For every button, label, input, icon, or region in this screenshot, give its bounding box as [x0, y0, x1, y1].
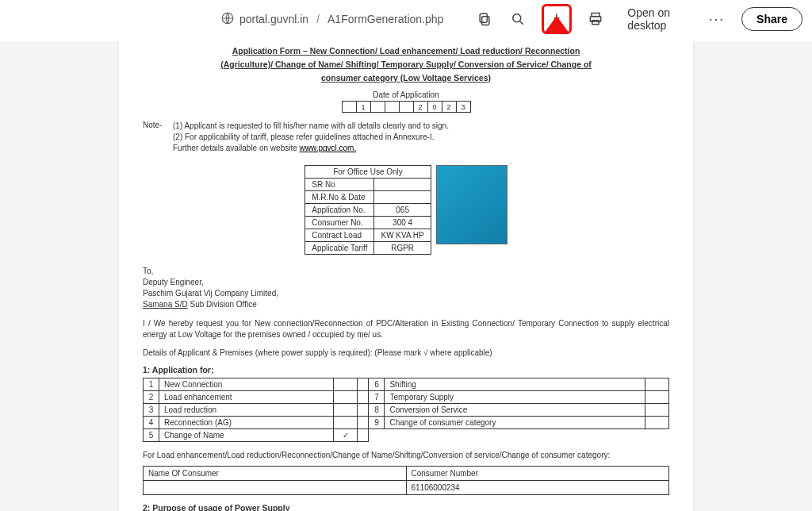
- request-paragraph: I / We hereby request you for New connec…: [143, 318, 669, 340]
- office-use-table: For Office Use Only SR NoM.R.No & DateAp…: [304, 165, 431, 255]
- row-check: [645, 378, 669, 391]
- toolbar: portal.guvnl.in / A1FormGeneration.php: [0, 0, 812, 38]
- office-row-value: [374, 179, 431, 191]
- date-cell: 2: [442, 102, 456, 113]
- table-gap: [358, 391, 369, 404]
- applicant-photo: [436, 165, 508, 244]
- section-1-note: For Load enhancement/Load reduction/Reco…: [143, 450, 669, 461]
- row-check: [645, 404, 669, 417]
- form-title: Application Form – New Connection/ Load …: [143, 44, 669, 84]
- office-row-value: 300 4: [374, 217, 431, 229]
- date-of-application: Date of Application 12023: [143, 90, 669, 113]
- note-1: (1) Applicant is requested to fill his/h…: [173, 121, 669, 132]
- row-text: Change of consumer category: [385, 417, 645, 429]
- title-line-2: (Agriculture)/ Change of Name/ Shifting/…: [143, 58, 669, 71]
- office-header: For Office Use Only: [305, 166, 431, 179]
- date-cells: 12023: [342, 101, 471, 113]
- share-button[interactable]: Share: [741, 7, 802, 31]
- note-3: Further details available on website www…: [173, 143, 669, 154]
- row-num: 3: [144, 404, 159, 417]
- office-row-label: SR No: [305, 179, 374, 191]
- addr-to: To,: [143, 266, 669, 277]
- date-cell: 1: [356, 102, 370, 113]
- date-cell: 0: [427, 102, 442, 113]
- svg-rect-2: [481, 13, 488, 22]
- consumer-number-value: 61106000234: [406, 481, 669, 495]
- office-use-block: For Office Use Only SR NoM.R.No & DateAp…: [143, 165, 669, 255]
- copy-icon[interactable]: [475, 10, 494, 29]
- url-file: A1FormGeneration.php: [327, 13, 443, 25]
- consumer-name-header: Name Of Consumer: [144, 467, 407, 481]
- download-highlight: [542, 4, 572, 34]
- svg-point-3: [513, 14, 521, 22]
- row-check: [645, 417, 669, 429]
- search-icon[interactable]: [508, 10, 527, 29]
- row-num: 4: [144, 417, 159, 429]
- row-num: 1: [144, 378, 159, 391]
- date-cell: [342, 102, 356, 113]
- date-cell: [385, 102, 399, 113]
- row-text: Load enhancement: [159, 391, 334, 404]
- row-check: [334, 417, 358, 429]
- addr-l2: Deputy Engineer,: [143, 277, 669, 288]
- addr-l3: Paschim Gujarat Vij Company Limited,: [143, 288, 669, 299]
- table-gap: [358, 429, 369, 442]
- document-page: Application Form – New Connection/ Load …: [119, 41, 693, 511]
- office-row-value: 065: [374, 204, 431, 217]
- row-text: Shifting: [385, 378, 645, 391]
- addr-l4: Samana S/D Sub Division Office: [143, 299, 669, 310]
- note-link[interactable]: www.pgvcl.com.: [300, 144, 357, 152]
- table-gap: [358, 378, 369, 391]
- office-row-label: M.R.No & Date: [305, 191, 374, 204]
- consumer-table: Name Of Consumer Consumer Number 6110600…: [143, 466, 669, 495]
- print-icon[interactable]: [586, 10, 605, 29]
- note-label: Note-: [143, 121, 173, 154]
- table-gap: [358, 404, 369, 417]
- row-num: 7: [369, 391, 385, 404]
- row-check: [334, 391, 358, 404]
- svg-rect-6: [592, 21, 599, 25]
- note-block: Note- (1) Applicant is requested to fill…: [143, 121, 669, 154]
- svg-rect-1: [482, 17, 489, 25]
- title-line-1: Application Form – New Connection/ Load …: [143, 44, 669, 58]
- row-text: New Connection: [159, 378, 334, 391]
- more-icon[interactable]: ⋯: [702, 10, 730, 29]
- url-area: portal.guvnl.in / A1FormGeneration.php: [220, 11, 443, 28]
- toolbar-right: Open on desktop ⋯ Share: [443, 2, 802, 36]
- office-row-label: Consumer No.: [305, 217, 374, 229]
- url-domain: portal.guvnl.in: [239, 13, 308, 25]
- table-gap: [358, 417, 369, 429]
- row-text: Load reduction: [159, 404, 334, 417]
- row-num: 2: [144, 391, 159, 404]
- row-text: Conversion of Service: [385, 404, 645, 417]
- details-line: Details of Applicant & Premises (where p…: [143, 348, 669, 357]
- row-check: [645, 391, 669, 404]
- office-row-value: RGPR: [374, 242, 431, 255]
- date-label: Date of Application: [143, 90, 669, 99]
- globe-icon: [220, 11, 235, 28]
- breadcrumb-sep: /: [316, 13, 320, 25]
- row-text: Reconnection (AG): [159, 417, 334, 429]
- page-viewport: Application Form – New Connection/ Load …: [0, 41, 812, 511]
- icon-row: [475, 4, 605, 34]
- row-text: Temporary Supply: [385, 391, 645, 404]
- row-num: 6: [369, 378, 385, 391]
- open-on-desktop-button[interactable]: Open on desktop: [616, 2, 691, 36]
- section-1-heading: 1: Application for;: [143, 365, 669, 375]
- consumer-name-value: [144, 481, 407, 495]
- row-num: 9: [369, 417, 385, 429]
- row-check: [334, 404, 358, 417]
- date-cell: [370, 102, 385, 113]
- date-cell: [399, 102, 413, 113]
- row-text: Change of Name: [159, 429, 334, 442]
- date-cell: 2: [413, 102, 427, 113]
- note-2: (2) For applicability of tariff, please …: [173, 132, 669, 143]
- office-row-label: Application No.: [305, 204, 374, 217]
- office-row-value: [374, 191, 431, 204]
- consumer-number-header: Consumer Number: [406, 467, 669, 481]
- application-for-table: 1New Connection6Shifting2Load enhancemen…: [143, 378, 669, 442]
- date-cell: 3: [456, 102, 470, 113]
- row-num: 8: [369, 404, 385, 417]
- title-line-3: consumer category (Low Voltage Services): [143, 71, 669, 85]
- row-check: ✓: [334, 429, 358, 442]
